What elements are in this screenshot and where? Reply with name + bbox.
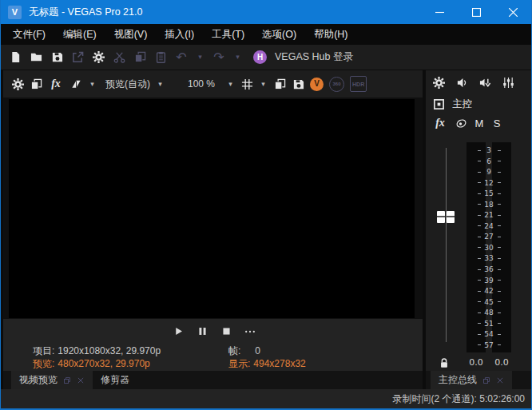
tab-video-preview[interactable]: 视频预览 — [11, 371, 93, 389]
more-transport-icon[interactable] — [244, 325, 256, 338]
undo-icon[interactable]: ↶ — [175, 51, 188, 64]
cut-icon[interactable] — [113, 51, 125, 64]
display-value: 494x278x32 — [253, 358, 305, 369]
meter-scale-label: 12 — [465, 179, 513, 187]
pause-button[interactable] — [196, 325, 208, 338]
preview-settings-icon[interactable] — [11, 78, 24, 90]
project-properties-icon[interactable] — [92, 51, 105, 64]
project-label: 项目: — [33, 345, 54, 356]
mixer-panel: 主控 fxMS 36912151821242730333639424548515… — [426, 70, 531, 389]
copy-icon[interactable] — [133, 51, 146, 64]
play-button[interactable] — [172, 325, 185, 338]
tab-label: 修剪器 — [101, 373, 129, 387]
frame-row: 帧:0 — [228, 344, 306, 357]
title-bar: V 无标题 - VEGAS Pro 21.0 — [1, 0, 531, 24]
menu-edit[interactable]: 编辑(E) — [54, 28, 105, 42]
external-monitor-icon[interactable] — [30, 78, 42, 90]
volume-fader-handle[interactable] — [437, 211, 455, 223]
display-row: 显示:494x278x32 — [228, 357, 306, 370]
open-project-icon[interactable] — [30, 51, 42, 64]
paste-icon[interactable] — [154, 51, 167, 64]
tab-label: 视频预览 — [19, 373, 58, 387]
preview-label: 预览: — [33, 358, 54, 369]
meter-scale-label: 51 — [465, 320, 513, 328]
meter-scale-label: 3 — [465, 146, 513, 154]
zoom-level-label[interactable]: 100 % — [188, 78, 215, 90]
meter-scale-label: 57 — [465, 341, 513, 349]
display-label: 显示: — [228, 358, 250, 369]
meter-scale-label: 54 — [465, 330, 513, 338]
save-project-icon[interactable] — [50, 51, 63, 64]
close-button[interactable] — [494, 0, 531, 24]
zoom-dropdown-icon[interactable]: ▾ — [226, 78, 235, 90]
project-value: 1920x1080x32, 29.970p — [58, 345, 161, 356]
meter-scale-label: 9 — [465, 168, 513, 176]
video-preview-panel: fx▾预览(自动)▾100 %▾▾V360HDR 项目:1920x1080x32… — [3, 70, 423, 389]
fader-track — [446, 148, 447, 342]
copy-snapshot-icon[interactable] — [273, 78, 286, 90]
save-snapshot-icon[interactable] — [292, 78, 304, 90]
downmix-output-icon[interactable] — [478, 76, 491, 89]
preview-360-icon[interactable]: 360 — [329, 77, 344, 92]
meter-scale-label: 18 — [465, 201, 513, 209]
tab-restore-icon[interactable] — [482, 376, 490, 384]
meter-scale-label: 42 — [465, 287, 513, 295]
bus-automation-icon[interactable] — [455, 117, 467, 129]
mixer-properties-icon[interactable] — [432, 76, 445, 89]
maximize-button[interactable] — [458, 0, 494, 24]
fader-lock-icon[interactable] — [438, 356, 451, 369]
split-screen-view-icon[interactable] — [69, 78, 82, 90]
tab-close-icon[interactable] — [76, 376, 85, 384]
redo-dropdown-icon[interactable]: ▾ — [233, 51, 242, 64]
share-upload-icon[interactable] — [71, 51, 84, 64]
mixer-controls-icon[interactable] — [502, 76, 514, 89]
vegas-capture-badge[interactable]: V — [310, 78, 324, 91]
preview-status: 项目:1920x1080x32, 29.970p 预览:480x270x32, … — [3, 344, 423, 371]
bus-fx-icon[interactable]: fx — [432, 117, 448, 129]
preview-quality-label[interactable]: 预览(自动) — [105, 78, 150, 90]
preview-quality-dropdown-icon[interactable]: ▾ — [156, 78, 165, 90]
meter-scale-label: 33 — [465, 254, 513, 262]
menu-view[interactable]: 视图(V) — [105, 28, 157, 42]
status-right-column: 帧:0 显示:494x278x32 — [228, 344, 306, 370]
meter-scale-label: 24 — [465, 222, 513, 230]
window-controls — [421, 0, 531, 24]
video-area — [3, 98, 423, 319]
app-logo[interactable]: V — [8, 6, 22, 19]
grid-dropdown-icon[interactable]: ▾ — [259, 78, 268, 90]
window-title: 无标题 - VEGAS Pro 21.0 — [29, 6, 142, 19]
master-bus-icon[interactable] — [432, 98, 445, 110]
preview-toolbar: fx▾预览(自动)▾100 %▾▾V360HDR — [3, 70, 423, 98]
tab-close-icon[interactable] — [495, 376, 504, 384]
mixer-tab-bar: 主控总线 — [426, 371, 531, 389]
split-screen-dropdown-icon[interactable]: ▾ — [88, 78, 97, 90]
grid-overlay-icon[interactable] — [240, 78, 253, 90]
minimize-button[interactable] — [421, 0, 458, 24]
video-display — [9, 99, 415, 318]
meter-scale-label: 6 — [465, 157, 513, 165]
menu-bar: 文件(F)编辑(E)视图(V)插入(I)工具(T)选项(O)帮助(H) — [1, 24, 531, 45]
undo-dropdown-icon[interactable]: ▾ — [196, 51, 204, 64]
meter-scale-label: 39 — [465, 277, 513, 285]
tab-trimmer[interactable]: 修剪器 — [93, 371, 137, 389]
new-project-icon[interactable] — [9, 51, 22, 64]
stop-button[interactable] — [220, 325, 232, 338]
insert-bus-icon[interactable] — [455, 76, 468, 89]
meter-footer: 0.0 0.0 — [426, 355, 531, 371]
record-time: 录制时间(2 个通道): 5:02:26:00 — [393, 392, 525, 406]
menu-file[interactable]: 文件(F) — [4, 28, 54, 42]
preview-hdr-icon[interactable]: HDR — [350, 76, 367, 92]
menu-insert[interactable]: 插入(I) — [156, 28, 203, 42]
tab-master-bus[interactable]: 主控总线 — [431, 371, 512, 389]
vegas-hub-login-label[interactable]: VEGAS Hub 登录 — [275, 51, 353, 64]
menu-tools[interactable]: 工具(T) — [203, 28, 253, 42]
vegas-hub-badge[interactable]: H — [253, 50, 267, 64]
solo-button[interactable]: S — [491, 117, 502, 129]
tab-restore-icon[interactable] — [62, 376, 71, 384]
menu-help[interactable]: 帮助(H) — [305, 28, 356, 42]
redo-icon[interactable]: ↷ — [212, 51, 225, 64]
menu-options[interactable]: 选项(O) — [253, 28, 305, 42]
project-format-row: 项目:1920x1080x32, 29.970p — [33, 344, 161, 357]
mute-button[interactable]: M — [474, 117, 485, 129]
video-output-fx-icon[interactable]: fx — [48, 78, 64, 90]
